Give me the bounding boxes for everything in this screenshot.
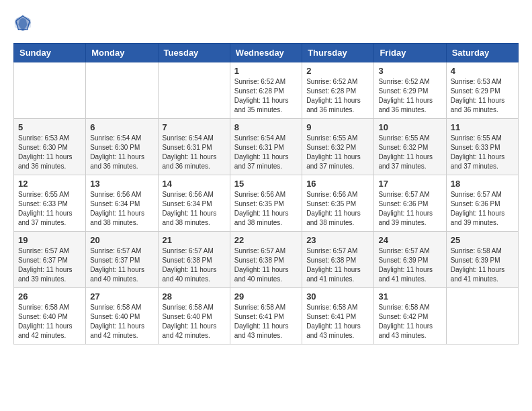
weekday-header-thursday: Thursday xyxy=(302,44,374,62)
day-number: 8 xyxy=(234,122,298,132)
day-number: 21 xyxy=(163,235,226,245)
calendar-cell: 3Sunrise: 6:52 AM Sunset: 6:29 PM Daylig… xyxy=(374,62,446,119)
day-number: 1 xyxy=(234,66,298,76)
calendar-cell: 21Sunrise: 6:57 AM Sunset: 6:38 PM Dayli… xyxy=(158,232,230,288)
day-info: Sunrise: 6:56 AM Sunset: 6:35 PM Dayligh… xyxy=(234,190,298,228)
calendar-table: SundayMondayTuesdayWednesdayThursdayFrid… xyxy=(13,43,519,345)
day-info: Sunrise: 6:54 AM Sunset: 6:30 PM Dayligh… xyxy=(90,134,153,171)
day-number: 22 xyxy=(234,235,298,245)
calendar-week-row: 19Sunrise: 6:57 AM Sunset: 6:37 PM Dayli… xyxy=(14,232,519,288)
day-info: Sunrise: 6:53 AM Sunset: 6:29 PM Dayligh… xyxy=(451,77,514,115)
calendar-week-row: 5Sunrise: 6:53 AM Sunset: 6:30 PM Daylig… xyxy=(14,119,519,175)
day-info: Sunrise: 6:57 AM Sunset: 6:37 PM Dayligh… xyxy=(18,246,81,284)
day-number: 24 xyxy=(378,235,441,245)
calendar-cell: 13Sunrise: 6:56 AM Sunset: 6:34 PM Dayli… xyxy=(86,175,158,232)
day-info: Sunrise: 6:57 AM Sunset: 6:38 PM Dayligh… xyxy=(163,246,226,284)
day-info: Sunrise: 6:58 AM Sunset: 6:39 PM Dayligh… xyxy=(451,246,514,284)
day-info: Sunrise: 6:58 AM Sunset: 6:40 PM Dayligh… xyxy=(163,303,226,340)
calendar-cell: 5Sunrise: 6:53 AM Sunset: 6:30 PM Daylig… xyxy=(14,119,86,175)
day-number: 3 xyxy=(378,66,441,76)
day-info: Sunrise: 6:58 AM Sunset: 6:41 PM Dayligh… xyxy=(234,303,298,340)
calendar-cell: 25Sunrise: 6:58 AM Sunset: 6:39 PM Dayli… xyxy=(446,232,518,288)
weekday-header-sunday: Sunday xyxy=(14,44,86,62)
calendar-cell: 9Sunrise: 6:55 AM Sunset: 6:32 PM Daylig… xyxy=(302,119,374,175)
day-info: Sunrise: 6:58 AM Sunset: 6:40 PM Dayligh… xyxy=(90,303,153,340)
day-number: 25 xyxy=(451,235,514,245)
day-info: Sunrise: 6:52 AM Sunset: 6:28 PM Dayligh… xyxy=(234,77,298,115)
calendar-header-row: SundayMondayTuesdayWednesdayThursdayFrid… xyxy=(14,44,519,62)
weekday-header-tuesday: Tuesday xyxy=(158,44,230,62)
calendar-cell: 19Sunrise: 6:57 AM Sunset: 6:37 PM Dayli… xyxy=(14,232,86,288)
day-number: 10 xyxy=(378,122,441,132)
day-number: 14 xyxy=(163,179,226,189)
day-number: 30 xyxy=(306,291,369,302)
day-number: 27 xyxy=(90,291,153,302)
calendar-cell: 2Sunrise: 6:52 AM Sunset: 6:28 PM Daylig… xyxy=(302,62,374,119)
day-number: 29 xyxy=(234,291,298,302)
day-info: Sunrise: 6:54 AM Sunset: 6:31 PM Dayligh… xyxy=(234,134,298,171)
day-number: 2 xyxy=(306,66,369,76)
calendar-cell: 18Sunrise: 6:57 AM Sunset: 6:36 PM Dayli… xyxy=(446,175,518,232)
day-number: 15 xyxy=(234,179,298,189)
day-info: Sunrise: 6:56 AM Sunset: 6:35 PM Dayligh… xyxy=(306,190,369,228)
weekday-header-monday: Monday xyxy=(86,44,158,62)
day-info: Sunrise: 6:57 AM Sunset: 6:36 PM Dayligh… xyxy=(378,190,441,228)
calendar-cell: 27Sunrise: 6:58 AM Sunset: 6:40 PM Dayli… xyxy=(86,288,158,345)
calendar-cell: 14Sunrise: 6:56 AM Sunset: 6:34 PM Dayli… xyxy=(158,175,230,232)
day-info: Sunrise: 6:57 AM Sunset: 6:37 PM Dayligh… xyxy=(90,246,153,284)
day-info: Sunrise: 6:57 AM Sunset: 6:38 PM Dayligh… xyxy=(306,246,369,284)
day-number: 17 xyxy=(378,179,441,189)
day-number: 18 xyxy=(451,179,514,189)
calendar-week-row: 1Sunrise: 6:52 AM Sunset: 6:28 PM Daylig… xyxy=(14,62,519,119)
day-number: 7 xyxy=(163,122,226,132)
logo-icon xyxy=(13,13,32,32)
day-number: 13 xyxy=(90,179,153,189)
calendar-cell: 11Sunrise: 6:55 AM Sunset: 6:33 PM Dayli… xyxy=(446,119,518,175)
calendar-cell: 26Sunrise: 6:58 AM Sunset: 6:40 PM Dayli… xyxy=(14,288,86,345)
weekday-header-friday: Friday xyxy=(374,44,446,62)
day-number: 4 xyxy=(451,66,514,76)
day-number: 23 xyxy=(306,235,369,245)
day-number: 20 xyxy=(90,235,153,245)
calendar-cell: 20Sunrise: 6:57 AM Sunset: 6:37 PM Dayli… xyxy=(86,232,158,288)
weekday-header-saturday: Saturday xyxy=(446,44,518,62)
calendar-cell: 15Sunrise: 6:56 AM Sunset: 6:35 PM Dayli… xyxy=(230,175,302,232)
calendar-cell xyxy=(446,288,518,345)
calendar-cell: 28Sunrise: 6:58 AM Sunset: 6:40 PM Dayli… xyxy=(158,288,230,345)
day-info: Sunrise: 6:57 AM Sunset: 6:38 PM Dayligh… xyxy=(234,246,298,284)
day-info: Sunrise: 6:55 AM Sunset: 6:32 PM Dayligh… xyxy=(306,134,369,171)
day-number: 28 xyxy=(163,291,226,302)
day-info: Sunrise: 6:53 AM Sunset: 6:30 PM Dayligh… xyxy=(18,134,81,171)
day-info: Sunrise: 6:54 AM Sunset: 6:31 PM Dayligh… xyxy=(163,134,226,171)
day-info: Sunrise: 6:58 AM Sunset: 6:41 PM Dayligh… xyxy=(306,303,369,340)
calendar-cell: 31Sunrise: 6:58 AM Sunset: 6:42 PM Dayli… xyxy=(374,288,446,345)
day-info: Sunrise: 6:56 AM Sunset: 6:34 PM Dayligh… xyxy=(163,190,226,228)
page-header xyxy=(13,13,519,32)
calendar-cell: 4Sunrise: 6:53 AM Sunset: 6:29 PM Daylig… xyxy=(446,62,518,119)
calendar-cell: 1Sunrise: 6:52 AM Sunset: 6:28 PM Daylig… xyxy=(230,62,302,119)
weekday-header-wednesday: Wednesday xyxy=(230,44,302,62)
calendar-cell: 29Sunrise: 6:58 AM Sunset: 6:41 PM Dayli… xyxy=(230,288,302,345)
calendar-week-row: 12Sunrise: 6:55 AM Sunset: 6:33 PM Dayli… xyxy=(14,175,519,232)
day-number: 26 xyxy=(18,291,81,302)
day-info: Sunrise: 6:52 AM Sunset: 6:28 PM Dayligh… xyxy=(306,77,369,115)
calendar-cell: 30Sunrise: 6:58 AM Sunset: 6:41 PM Dayli… xyxy=(302,288,374,345)
day-number: 19 xyxy=(18,235,81,245)
calendar-cell: 22Sunrise: 6:57 AM Sunset: 6:38 PM Dayli… xyxy=(230,232,302,288)
calendar-cell: 23Sunrise: 6:57 AM Sunset: 6:38 PM Dayli… xyxy=(302,232,374,288)
day-number: 9 xyxy=(306,122,369,132)
day-number: 31 xyxy=(378,291,441,302)
calendar-cell: 7Sunrise: 6:54 AM Sunset: 6:31 PM Daylig… xyxy=(158,119,230,175)
day-info: Sunrise: 6:57 AM Sunset: 6:39 PM Dayligh… xyxy=(378,246,441,284)
day-info: Sunrise: 6:55 AM Sunset: 6:32 PM Dayligh… xyxy=(378,134,441,171)
calendar-cell: 16Sunrise: 6:56 AM Sunset: 6:35 PM Dayli… xyxy=(302,175,374,232)
day-number: 5 xyxy=(18,122,81,132)
day-number: 11 xyxy=(451,122,514,132)
calendar-cell: 8Sunrise: 6:54 AM Sunset: 6:31 PM Daylig… xyxy=(230,119,302,175)
calendar-cell xyxy=(14,62,86,119)
day-info: Sunrise: 6:58 AM Sunset: 6:40 PM Dayligh… xyxy=(18,303,81,340)
calendar-cell: 6Sunrise: 6:54 AM Sunset: 6:30 PM Daylig… xyxy=(86,119,158,175)
calendar-cell: 17Sunrise: 6:57 AM Sunset: 6:36 PM Dayli… xyxy=(374,175,446,232)
day-info: Sunrise: 6:55 AM Sunset: 6:33 PM Dayligh… xyxy=(18,190,81,228)
calendar-cell: 12Sunrise: 6:55 AM Sunset: 6:33 PM Dayli… xyxy=(14,175,86,232)
